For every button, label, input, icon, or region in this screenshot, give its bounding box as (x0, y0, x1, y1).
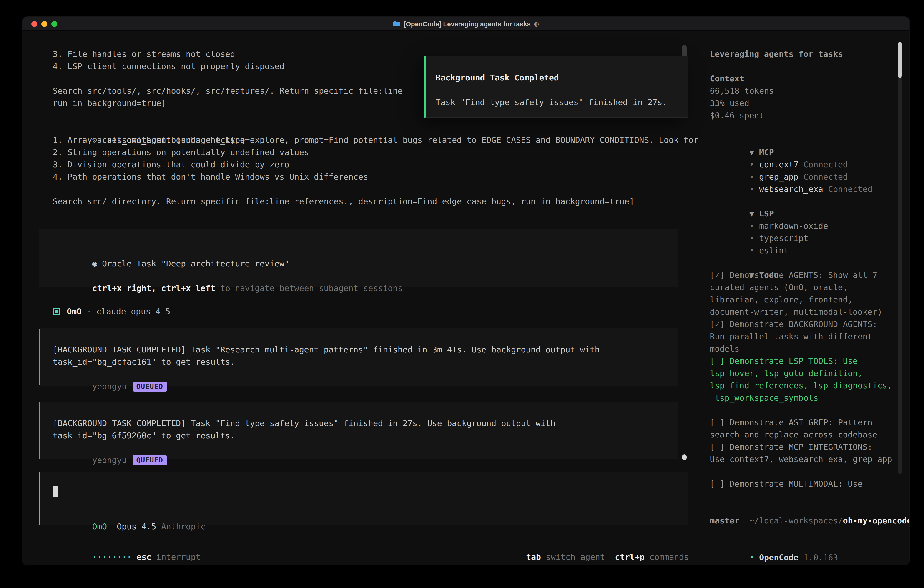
message-line: task_id="bg_dcfac161" to get results. (53, 355, 678, 368)
sidebar-scrollbar-track[interactable] (898, 42, 902, 474)
sidebar-scrollbar-thumb[interactable] (898, 42, 902, 78)
todo-item-pending: [ ] Demonstrate AST-GREP: Patternsearch … (710, 416, 897, 441)
mcp-status: Connected (799, 159, 848, 169)
bullet-icon: • (749, 552, 754, 562)
commands-key-label: commands (645, 552, 689, 562)
terminal-text-line: Search src/ directory. Return specific f… (53, 195, 634, 207)
queued-badge: QUEUED (132, 455, 167, 465)
message-author: yeongyu (92, 381, 127, 391)
input-cursor (53, 486, 58, 497)
message-line: [BACKGROUND TASK COMPLETED] Task "Resear… (53, 343, 678, 355)
terminal-text-block: 3. File handles or streams not closed4. … (53, 48, 284, 72)
opencode-version: • OpenCode 1.0.163 (710, 538, 897, 551)
message-card: [BACKGROUND TASK COMPLETED] Task "Find t… (38, 402, 678, 459)
mcp-status: Connected (823, 184, 873, 193)
agent-name: OmO (67, 305, 82, 317)
main-scrollbar-thumb[interactable] (682, 454, 686, 460)
context-stats: 66,518 tokens33% used$0.46 spent (710, 84, 897, 121)
agent-model: claude-opus-4-5 (96, 305, 170, 317)
bullet-icon: • (749, 245, 754, 255)
bullet-icon: • (749, 159, 754, 169)
input-model-info: OmO Opus 4.5 Anthropic (53, 508, 206, 520)
message-line: task_id="bg_6f59260c" to get results. (53, 429, 678, 441)
window-title: [OpenCode] Leveraging agents for tasks ◐ (22, 17, 909, 31)
oracle-hint-text: to navigate between subagent sessions (215, 283, 403, 293)
oracle-hint-keys: ctrl+x right, ctrl+x left (92, 283, 215, 293)
message-line: [BACKGROUND TASK COMPLETED] Task "Find t… (53, 417, 678, 429)
session-title: Leveraging agents for tasks (710, 48, 897, 60)
tab-key-hint: tab (526, 552, 541, 562)
terminal-window: [OpenCode] Leveraging agents for tasks ◐… (22, 17, 909, 565)
collapse-arrow-icon: ▼ (749, 208, 754, 218)
background-task-notification: Background Task Completed Task "Find typ… (424, 56, 688, 118)
todo-item-done: [✓] Demonstrate AGENTS: Show all 7curate… (710, 269, 897, 318)
input-agent-name: OmO (92, 522, 107, 531)
spinner-dots-icon: ········ (92, 552, 131, 562)
mcp-section-header[interactable]: ▼ MCP (710, 134, 897, 146)
terminal-text-block: Search src/tools/, src/hooks/, src/featu… (53, 84, 403, 109)
oracle-task-title: Oracle Task "Deep architecture review" (102, 259, 289, 268)
input-model-name: Opus 4.5 (117, 522, 156, 531)
status-bar: ········ esc interrupt tab switch agentc… (53, 538, 689, 551)
todo-item-pending: [ ] Demonstrate MULTIMODAL: Use (710, 477, 897, 489)
folder-icon (393, 21, 400, 27)
sidebar: Leveraging agents for tasks Context 66,5… (710, 32, 897, 551)
notification-body: Task "Find type safety issues" finished … (436, 96, 688, 108)
titlebar[interactable]: [OpenCode] Leveraging agents for tasks ◐ (22, 17, 909, 31)
notification-title: Background Task Completed (436, 71, 688, 84)
tool-call-args: [subagent_type=explore, prompt=Find pote… (171, 135, 698, 145)
input-provider-name: Anthropic (161, 522, 206, 531)
bullet-icon: • (749, 184, 754, 193)
esc-key-label: interrupt (152, 552, 201, 562)
workspace-path: ~/local-workspaces/oh-my-opencode: (710, 502, 897, 514)
prompt-input[interactable]: OmO Opus 4.5 Anthropic (38, 472, 688, 525)
tab-key-label: switch agent (541, 552, 605, 562)
todo-item-pending: [ ] Demonstrate MCP INTEGRATIONS:Use con… (710, 441, 897, 465)
oracle-task-panel: ◉ Oracle Task "Deep architecture review"… (38, 229, 678, 287)
todo-item-done: [✓] Demonstrate BACKGROUND AGENTS:Run pa… (710, 318, 897, 355)
todo-item-active: [ ] Demonstrate LSP TOOLS: Uselsp_hover,… (710, 355, 897, 404)
window-title-text: [OpenCode] Leveraging agents for tasks (404, 20, 531, 28)
bullet-icon: • (749, 221, 754, 230)
agent-checkbox-icon (53, 308, 59, 315)
bullet-icon: • (749, 233, 754, 243)
tool-call-block: ⚙ call_omo_agent [subagent_type=explore,… (53, 121, 698, 183)
agent-header: OmO · claude-opus-4-5 (53, 305, 170, 317)
collapse-arrow-icon: ▼ (749, 147, 754, 157)
commands-key-hint: ctrl+p (615, 552, 645, 562)
queued-badge: QUEUED (132, 381, 167, 391)
message-card: [BACKGROUND TASK COMPLETED] Task "Resear… (38, 328, 678, 386)
message-author: yeongyu (92, 455, 127, 464)
session-progress-icon: ◐ (534, 20, 539, 27)
mcp-status: Connected (799, 172, 848, 181)
target-icon: ◉ (92, 259, 97, 268)
esc-key-hint: esc (132, 552, 152, 562)
bullet-icon: • (749, 172, 754, 181)
screen: [OpenCode] Leveraging agents for tasks ◐… (0, 0, 924, 588)
separator-dot-icon: · (87, 305, 92, 317)
context-heading: Context (710, 72, 897, 84)
